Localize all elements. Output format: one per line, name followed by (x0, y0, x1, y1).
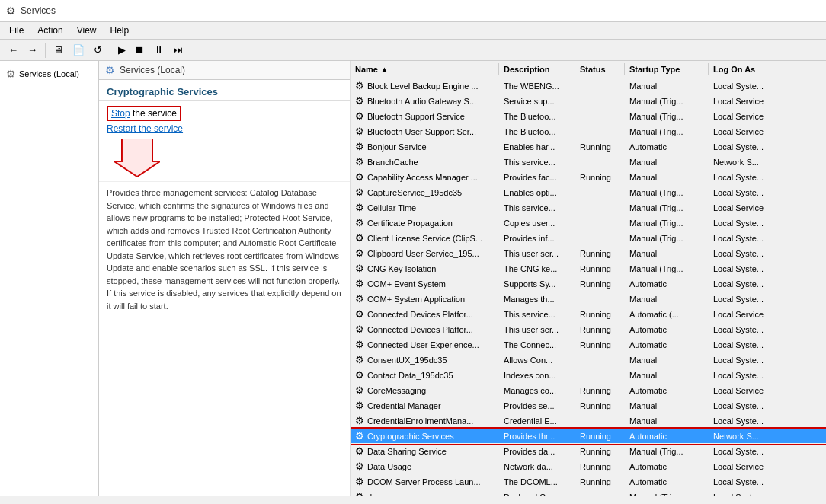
table-row[interactable]: ⚙ DCOM Server Process Laun... The DCOML.… (351, 474, 826, 490)
service-startup-cell: Manual (625, 171, 709, 183)
service-startup-cell: Manual (625, 247, 709, 260)
table-row[interactable]: ⚙ Bluetooth Audio Gateway S... Service s… (351, 94, 826, 109)
service-row-icon: ⚙ (355, 171, 364, 183)
table-row[interactable]: ⚙ Clipboard User Service_195... This use… (351, 246, 826, 261)
service-desc-cell: This service... (499, 202, 575, 214)
menu-bar: File Action View Help (0, 22, 826, 40)
table-row[interactable]: ⚙ Certificate Propagation Copies user...… (351, 215, 826, 231)
service-status-cell: Running (575, 171, 625, 183)
table-row[interactable]: ⚙ Connected Devices Platfor... This user… (351, 322, 826, 337)
service-desc-cell: Provides inf... (499, 232, 575, 244)
service-startup-cell: Manual (625, 156, 709, 168)
table-row[interactable]: ⚙ COM+ System Application Manages th... … (351, 292, 826, 307)
table-row[interactable]: ⚙ Cryptographic Services Provides thr...… (351, 429, 826, 444)
menu-action[interactable]: Action (31, 24, 69, 37)
col-header-startup-type[interactable]: Startup Type (625, 63, 709, 75)
service-logon-cell: Local Syste... (709, 171, 777, 183)
service-name-cell: ⚙ Connected Devices Platfor... (351, 322, 499, 337)
service-name-cell: ⚙ Bonjour Service (351, 139, 499, 154)
refresh-button[interactable]: ↺ (90, 42, 106, 58)
forward-button[interactable]: → (24, 42, 41, 58)
table-row[interactable]: ⚙ Connected Devices Platfor... This serv… (351, 307, 826, 322)
computer-button[interactable]: 🖥 (50, 42, 67, 58)
service-name-cell: ⚙ Clipboard User Service_195... (351, 246, 499, 260)
menu-help[interactable]: Help (104, 24, 136, 37)
col-header-log-on-as[interactable]: Log On As (709, 63, 777, 75)
table-row[interactable]: ⚙ dcsvc Declared Co... Manual (Trig... L… (351, 490, 826, 496)
info-panel-title: Cryptographic Services (99, 80, 350, 101)
service-status-cell (575, 85, 625, 88)
app-icon: ⚙ (6, 5, 16, 17)
service-startup-cell: Manual (Trig... (625, 202, 709, 214)
table-row[interactable]: ⚙ Connected User Experience... The Conne… (351, 337, 826, 352)
service-name: DCOM Server Process Laun... (367, 477, 481, 486)
service-desc-cell: Enables opti... (499, 187, 575, 199)
table-row[interactable]: ⚙ Data Sharing Service Provides da... Ru… (351, 444, 826, 459)
table-row[interactable]: ⚙ Contact Data_195dc35 Indexes con... Ma… (351, 368, 826, 383)
back-button[interactable]: ← (5, 42, 22, 58)
service-name: CNG Key Isolation (367, 264, 436, 273)
service-row-icon: ⚙ (355, 430, 364, 442)
service-startup-cell: Automatic (625, 141, 709, 153)
nav-panel: ⚙ Services (Local) (0, 61, 99, 496)
service-name-cell: ⚙ Block Level Backup Engine ... (351, 78, 499, 93)
service-startup-cell: Automatic (... (625, 308, 709, 321)
restart-service-link[interactable]: Restart the service (107, 123, 342, 134)
table-row[interactable]: ⚙ BranchCache This service... Manual Net… (351, 155, 826, 170)
service-name: CredentialEnrollmentMana... (367, 416, 473, 426)
table-row[interactable]: ⚙ Cellular Time This service... Manual (… (351, 200, 826, 215)
nav-item-services-local[interactable]: ⚙ Services (Local) (3, 65, 95, 82)
table-row[interactable]: ⚙ ConsentUX_195dc35 Allows Con... Manual… (351, 352, 826, 368)
table-row[interactable]: ⚙ Client License Service (ClipS... Provi… (351, 231, 826, 246)
service-name-cell: ⚙ ConsentUX_195dc35 (351, 352, 499, 367)
service-row-icon: ⚙ (355, 247, 364, 259)
service-status-cell: Running (575, 461, 625, 473)
service-desc-cell: This service... (499, 308, 575, 321)
table-row[interactable]: ⚙ COM+ Event System Supports Sy... Runni… (351, 276, 826, 292)
service-row-icon: ⚙ (355, 80, 364, 91)
table-row[interactable]: ⚙ CNG Key Isolation The CNG ke... Runnin… (351, 261, 826, 276)
service-row-icon: ⚙ (355, 95, 364, 107)
menu-view[interactable]: View (71, 24, 103, 37)
table-row[interactable]: ⚙ CredentialEnrollmentMana... Credential… (351, 413, 826, 429)
stop-button[interactable]: ⏹ (131, 42, 149, 58)
service-startup-cell: Manual (Trig... (625, 110, 709, 123)
service-status-cell: Running (575, 384, 625, 397)
service-name: Bluetooth Audio Gateway S... (367, 97, 476, 106)
service-desc-cell: This user ser... (499, 324, 575, 336)
service-status-cell: Running (575, 445, 625, 458)
col-header-status[interactable]: Status (575, 63, 625, 75)
service-desc-cell: Provides se... (499, 400, 575, 412)
fast-forward-button[interactable]: ⏭ (169, 42, 187, 58)
stop-service-link[interactable]: Stop (111, 108, 130, 119)
service-name: Client License Service (ClipS... (367, 234, 482, 243)
table-row[interactable]: ⚙ Capability Access Manager ... Provides… (351, 170, 826, 185)
table-row[interactable]: ⚙ Data Usage Network da... Running Autom… (351, 459, 826, 474)
table-row[interactable]: ⚙ Bluetooth Support Service The Bluetoo.… (351, 109, 826, 124)
col-header-name[interactable]: Name ▲ (351, 63, 499, 75)
service-name-cell: ⚙ CaptureService_195dc35 (351, 185, 499, 199)
service-startup-cell: Manual (Trig... (625, 445, 709, 458)
table-row[interactable]: ⚙ CaptureService_195dc35 Enables opti...… (351, 185, 826, 200)
table-row[interactable]: ⚙ Block Level Backup Engine ... The WBEN… (351, 78, 826, 94)
col-header-description[interactable]: Description (499, 63, 575, 75)
service-name-cell: ⚙ Cryptographic Services (351, 429, 499, 443)
table-row[interactable]: ⚙ CoreMessaging Manages co... Running Au… (351, 383, 826, 398)
menu-file[interactable]: File (3, 24, 30, 37)
table-row[interactable]: ⚙ Bonjour Service Enables har... Running… (351, 139, 826, 155)
table-row[interactable]: ⚙ Bluetooth User Support Ser... The Blue… (351, 124, 826, 139)
service-logon-cell: Local Syste... (709, 415, 777, 427)
service-logon-cell: Local Syste... (709, 339, 777, 351)
service-logon-cell: Local Syste... (709, 400, 777, 412)
toolbar-separator (45, 43, 46, 58)
table-row[interactable]: ⚙ Credential Manager Provides se... Runn… (351, 398, 826, 413)
service-status-cell (575, 222, 625, 225)
service-logon-cell: Local Service (709, 126, 777, 138)
service-name-cell: ⚙ CoreMessaging (351, 383, 499, 397)
service-desc-cell: Supports Sy... (499, 278, 575, 290)
service-name-cell: ⚙ Client License Service (ClipS... (351, 231, 499, 245)
play-button[interactable]: ▶ (114, 42, 130, 58)
document-button[interactable]: 📄 (69, 42, 88, 58)
pause-button[interactable]: ⏸ (150, 42, 168, 58)
service-name-cell: ⚙ Bluetooth User Support Ser... (351, 124, 499, 139)
